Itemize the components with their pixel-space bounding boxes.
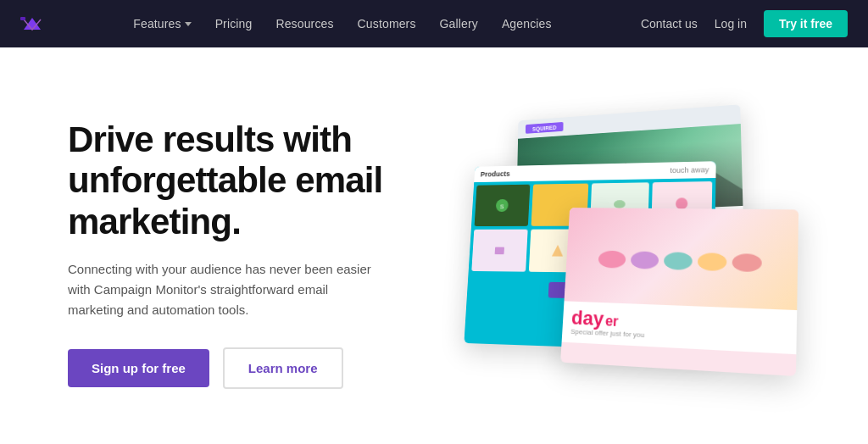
product-item-5 [471,230,527,272]
macaron-5 [732,253,762,272]
hero-section: Drive results with unforgettable email m… [0,47,868,444]
customers-link[interactable]: Customers [358,17,416,31]
email-card-macarons: day er Special offer just for you [560,208,798,376]
nav-item-features[interactable]: Features [133,17,191,31]
svg-rect-7 [495,247,504,255]
card3-suffix: er [605,314,619,329]
card1-brand: SQUIRED [532,125,556,131]
nav-right: Contact us Log in Try it free [641,10,848,37]
nav-item-agencies[interactable]: Agencies [502,16,552,31]
card3-top [565,208,799,310]
card2-header-text: Products [481,169,510,178]
agencies-link[interactable]: Agencies [502,17,552,31]
features-link[interactable]: Features [133,17,191,31]
card3-bottom: day er Special offer just for you [562,301,798,354]
product-item-1: S [475,185,531,226]
try-free-button[interactable]: Try it free [764,10,848,37]
resources-label: Resources [275,17,333,31]
features-label: Features [133,17,181,31]
macaron-3 [664,252,693,270]
hero-subtext: Connecting with your audience has never … [68,259,373,320]
contact-link[interactable]: Contact us [641,17,698,31]
card3-big-text: day [571,308,604,329]
try-label: Try it free [779,17,832,31]
nav-item-customers[interactable]: Customers [358,16,416,31]
svg-point-5 [614,200,626,208]
login-label: Log in [715,17,747,31]
gallery-label: Gallery [440,17,478,31]
card1-logo: SQUIRED [526,122,564,134]
email-stack: SQUIRED Your mountain is waiting! ADVENT… [438,108,797,411]
nav-item-gallery[interactable]: Gallery [440,16,478,31]
customers-label: Customers [358,17,416,31]
macaron-4 [698,253,727,271]
signup-button[interactable]: Sign up for free [68,349,209,387]
svg-marker-8 [552,245,564,257]
pricing-link[interactable]: Pricing [215,17,253,31]
navigation: Features Pricing Resources Customers Gal… [0,0,868,47]
nav-item-resources[interactable]: Resources [275,16,333,31]
pricing-label: Pricing [215,17,253,31]
gallery-link[interactable]: Gallery [440,17,478,31]
agencies-label: Agencies [502,17,552,31]
learn-more-button[interactable]: Learn more [223,347,343,389]
chevron-down-icon [185,22,192,26]
svg-rect-0 [20,17,25,20]
hero-visual: SQUIRED Your mountain is waiting! ADVENT… [424,81,800,427]
svg-text:S: S [500,203,504,210]
macaron-group [598,251,762,273]
login-link[interactable]: Log in [715,17,747,31]
card2-header-sub: touch away [670,165,709,175]
logo[interactable] [20,14,44,33]
nav-links: Features Pricing Resources Customers Gal… [133,16,551,31]
nav-item-pricing[interactable]: Pricing [215,16,253,31]
macaron-2 [631,251,659,269]
contact-label: Contact us [641,17,698,31]
svg-rect-4 [554,199,565,210]
resources-link[interactable]: Resources [275,17,333,31]
macaron-1 [598,251,626,269]
hero-buttons: Sign up for free Learn more [68,347,424,389]
hero-text: Drive results with unforgettable email m… [68,119,424,389]
hero-headline: Drive results with unforgettable email m… [68,119,424,242]
